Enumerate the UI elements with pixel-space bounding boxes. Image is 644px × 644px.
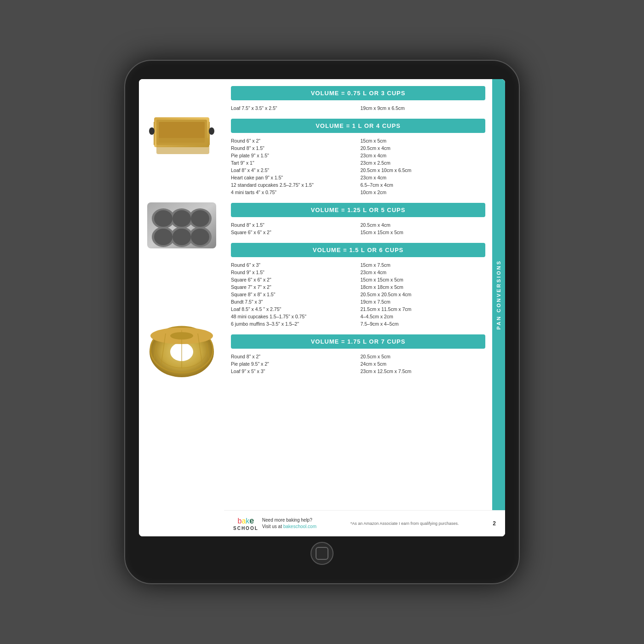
svg-point-17: [191, 210, 209, 227]
volume-section-5: VOLUME = 1.75 L or 7 CUPS Round 8" x 2" …: [231, 334, 485, 378]
pan-item: 12 standard cupcakes 2.5–2.75" x 1.5" 6.…: [231, 182, 485, 188]
logo-e: e: [249, 516, 254, 525]
home-button[interactable]: [310, 542, 334, 565]
svg-point-15: [154, 210, 172, 227]
bundt-pan-image: [139, 305, 224, 390]
side-tab-label: PAN CONVERSIONS: [496, 260, 501, 330]
website-link[interactable]: bakeschool.com: [283, 524, 316, 529]
volume-header-1: VOLUME = 0.75 L or 3 CUPS: [231, 86, 485, 100]
pan-item: Loaf 7.5" x 3.5" x 2.5" 19cm x 9cm x 6.5…: [231, 105, 485, 111]
pan-item: Pie plate 9" x 1.5" 23cm x 4cm: [231, 152, 485, 159]
pan-item: Pie plate 9.5" x 2" 24cm x 5cm: [231, 361, 485, 367]
volume-section-2: VOLUME = 1 L or 4 CUPS Round 6" x 2" 15c…: [231, 119, 485, 199]
left-images: [139, 79, 224, 536]
right-content: VOLUME = 0.75 L or 3 CUPS Loaf 7.5" x 3.…: [224, 79, 492, 510]
pan-item: Square 6" x 6" x 2" 15cm x 15cm x 5cm: [231, 229, 485, 236]
pan-item: Bundt 7.5" x 3" 19cm x 7.5cm: [231, 299, 485, 305]
loaf-pan-image: [139, 93, 224, 164]
pan-item: 48 mini cupcakes 1.5–1.75" x 0.75" 4–4.5…: [231, 313, 485, 320]
pan-item: Square 8" x 8" x 1.5" 20.5cm x 20.5cm x …: [231, 291, 485, 298]
pan-item: 4 mini tarts 4" x 0.75" 10cm x 2cm: [231, 189, 485, 196]
pan-item: Loaf 8" x 4" x 2.5" 20.5cm x 10cm x 6.5c…: [231, 167, 485, 173]
pan-item: Loaf 8.5" x 4.5 " x 2.75" 21.5cm x 11.5c…: [231, 306, 485, 312]
pan-item: Loaf 9" x 5" x 3" 23cm x 12.5cm x 7.5cm: [231, 368, 485, 374]
pan-items-4: Round 6" x 3" 15cm x 7.5cm Round 9" x 1.…: [231, 262, 485, 327]
volume-section-3: VOLUME = 1.25 L or 5 CUPS Round 8" x 1.5…: [231, 203, 485, 239]
page-content: VOLUME = 0.75 L or 3 CUPS Loaf 7.5" x 3.…: [139, 79, 505, 536]
pan-item: Round 8" x 2" 20.5cm x 5cm: [231, 353, 485, 360]
svg-point-19: [172, 229, 191, 245]
content-and-tab: VOLUME = 0.75 L or 3 CUPS Loaf 7.5" x 3.…: [224, 79, 505, 510]
volume-header-5: VOLUME = 1.75 L or 7 CUPS: [231, 334, 485, 349]
tagline-line2: Visit us at bakeschool.com: [262, 523, 316, 530]
volume-header-4: VOLUME = 1.5 L or 6 CUPS: [231, 243, 485, 257]
svg-point-5: [149, 127, 155, 135]
footer-left: bake SCHOOL Need more baking help? Visit…: [233, 516, 316, 531]
pan-item: Tart 9" x 1" 23cm x 2.5cm: [231, 160, 485, 166]
logo-a: a: [242, 517, 246, 525]
tablet: VOLUME = 0.75 L or 3 CUPS Loaf 7.5" x 3.…: [124, 60, 520, 584]
footer-page-number: 2: [493, 520, 496, 527]
volume-header-2: VOLUME = 1 L or 4 CUPS: [231, 119, 485, 133]
bake-wordmark: bake: [237, 516, 254, 526]
pan-item: Round 8" x 1.5" 20.5cm x 4cm: [231, 145, 485, 151]
pan-items-3: Round 8" x 1.5" 20.5cm x 4cm Square 6" x…: [231, 222, 485, 236]
pan-item: Round 8" x 1.5" 20.5cm x 4cm: [231, 222, 485, 228]
school-wordmark: SCHOOL: [233, 526, 259, 531]
volume-header-3: VOLUME = 1.25 L or 5 CUPS: [231, 203, 485, 217]
footer: bake SCHOOL Need more baking help? Visit…: [224, 510, 505, 536]
svg-point-6: [209, 127, 214, 135]
side-tab: PAN CONVERSIONS: [492, 79, 505, 510]
volume-section-4: VOLUME = 1.5 L or 6 CUPS Round 6" x 3" 1…: [231, 243, 485, 331]
pan-item: Heart cake pan 9" x 1.5" 23cm x 4cm: [231, 174, 485, 181]
volume-section-1: VOLUME = 0.75 L or 3 CUPS Loaf 7.5" x 3.…: [231, 86, 485, 115]
svg-point-20: [191, 229, 209, 245]
footer-tagline: Need more baking help? Visit us at bakes…: [262, 517, 316, 530]
muffin-pan-image: [139, 190, 224, 261]
pan-items-1: Loaf 7.5" x 3.5" x 2.5" 19cm x 9cm x 6.5…: [231, 105, 485, 111]
tablet-screen: VOLUME = 0.75 L or 3 CUPS Loaf 7.5" x 3.…: [139, 79, 505, 536]
pan-item: Round 9" x 1.5" 23cm x 4cm: [231, 269, 485, 276]
pan-item: Square 6" x 6" x 2" 15cm x 15cm x 5cm: [231, 276, 485, 283]
svg-point-16: [172, 210, 191, 227]
footer-note: *As an Amazon Associate I earn from qual…: [316, 521, 493, 526]
tagline-line1: Need more baking help?: [262, 517, 316, 523]
pan-item: Square 7" x 7" x 2" 18cm x 18cm x 5cm: [231, 284, 485, 290]
right-area: VOLUME = 0.75 L or 3 CUPS Loaf 7.5" x 3.…: [224, 79, 505, 536]
pan-items-2: Round 6" x 2" 15cm x 5cm Round 8" x 1.5"…: [231, 138, 485, 196]
svg-point-18: [154, 229, 172, 245]
pan-item: Round 6" x 3" 15cm x 7.5cm: [231, 262, 485, 268]
pan-item: Round 6" x 2" 15cm x 5cm: [231, 138, 485, 144]
bake-logo: bake SCHOOL: [233, 516, 259, 531]
pan-items-5: Round 8" x 2" 20.5cm x 5cm Pie plate 9.5…: [231, 353, 485, 374]
pan-item: 6 jumbo muffins 3–3.5" x 1.5–2" 7.5–9cm …: [231, 321, 485, 327]
svg-rect-7: [156, 138, 209, 154]
